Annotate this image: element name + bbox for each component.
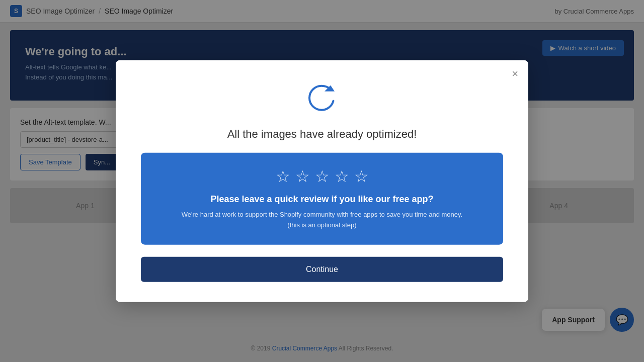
modal-dialog: × All the images have already optimized!…	[116, 60, 528, 302]
star-4[interactable]: ☆	[335, 167, 349, 186]
modal-close-button[interactable]: ×	[512, 68, 518, 79]
refresh-icon	[304, 80, 340, 116]
modal-icon	[141, 80, 503, 118]
continue-button[interactable]: Continue	[141, 256, 503, 282]
stars-row: ☆ ☆ ☆ ☆ ☆	[156, 167, 488, 186]
modal-heading: All the images have already optimized!	[141, 128, 503, 141]
star-2[interactable]: ☆	[295, 167, 310, 186]
star-5[interactable]: ☆	[354, 167, 369, 186]
modal-review-box: ☆ ☆ ☆ ☆ ☆ Please leave a quick review if…	[141, 153, 503, 245]
review-sub-line2: (this is an optional step)	[156, 220, 488, 231]
star-1[interactable]: ☆	[276, 167, 290, 186]
star-3[interactable]: ☆	[315, 167, 330, 186]
review-sub-line1: We're hard at work to support the Shopif…	[156, 210, 488, 220]
review-title: Please leave a quick review if you like …	[156, 194, 488, 205]
